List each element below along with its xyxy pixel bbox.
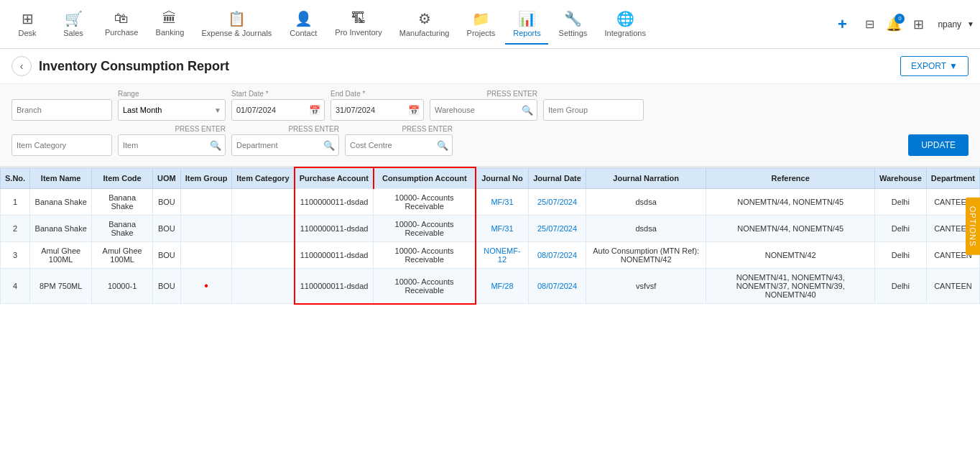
warehouse-filter-group: PRESS ENTER 🔍	[430, 90, 537, 121]
col-header-journal-date: Journal Date	[529, 167, 586, 189]
cell-journal-no[interactable]: MF/28	[476, 269, 529, 304]
back-button[interactable]: ‹	[11, 56, 32, 76]
cell-item-category	[232, 269, 295, 304]
cell-journal-narration: vsfvsf	[586, 269, 706, 304]
nav-label-projects: Projects	[467, 29, 496, 37]
nav-item-purchase[interactable]: 🛍 Purchase	[98, 4, 145, 45]
range-label: Range	[118, 90, 226, 98]
nav-item-projects[interactable]: 📁 Projects	[459, 4, 502, 45]
switch-company-button[interactable]: ⊟	[859, 14, 880, 35]
col-header-item-category: Item Category	[232, 167, 295, 189]
cell-purchase-account: 1100000011-dsdad	[295, 216, 374, 242]
cell-item-code: Banana Shake	[92, 189, 153, 216]
grid-view-button[interactable]: ⊞	[907, 14, 929, 35]
col-header-journal-no: Journal No	[476, 167, 529, 189]
col-header-department: Department	[926, 167, 979, 189]
nav-item-reports[interactable]: 📊 Reports	[505, 4, 548, 45]
cell-item-code: Banana Shake	[92, 216, 153, 242]
item-group-input[interactable]	[543, 99, 644, 121]
col-header-consumption-account: Consumption Account	[374, 167, 476, 189]
nav-label-expense-journals: Expense & Journals	[201, 29, 272, 37]
cell-journal-no[interactable]: NONEMF-12	[476, 242, 529, 269]
range-select[interactable]: Last Month This Month Custom	[118, 99, 226, 121]
banking-icon: 🏛	[162, 10, 177, 27]
branch-input[interactable]	[11, 99, 112, 121]
filter-row-2: PRESS ENTER 🔍 PRESS ENTER 🔍 PRESS ENTER …	[11, 125, 969, 156]
nav-item-banking[interactable]: 🏛 Banking	[148, 4, 191, 45]
projects-icon: 📁	[472, 10, 490, 27]
cell-reference: NONEMTN/44, NONEMTN/45	[706, 216, 874, 242]
nav-label-desk: Desk	[18, 29, 36, 37]
item-category-filter-group	[11, 126, 112, 156]
add-button[interactable]: +	[831, 14, 853, 35]
item-category-input[interactable]	[11, 134, 112, 156]
cell-journal-no[interactable]: MF/31	[476, 189, 529, 216]
cell-consumption-account: 10000- Accounts Receivable	[374, 189, 476, 216]
end-date-filter-group: End Date * 📅	[330, 90, 424, 121]
col-header-journal-narration: Journal Narration	[586, 167, 706, 189]
cost-centre-input[interactable]	[345, 134, 453, 156]
nav-item-desk[interactable]: ⊞ Desk	[6, 4, 49, 45]
table-header-row: S.No. Item Name Item Code UOM Item Group…	[1, 167, 980, 189]
filter-row-1: Range Last Month This Month Custom ▼ Sta…	[11, 90, 969, 121]
warehouse-wrap: 🔍	[430, 99, 537, 121]
col-header-item-name: Item Name	[30, 167, 92, 189]
cell-journal-no[interactable]: MF/31	[476, 216, 529, 242]
start-date-wrap: 📅	[231, 99, 325, 121]
nav-label-manufacturing: Manufacturing	[399, 29, 450, 37]
nav-label-sales: Sales	[63, 29, 83, 37]
cell-purchase-account: 1100000011-dsdad	[295, 189, 374, 216]
cell-sno: 2	[1, 216, 30, 242]
cell-item-group	[180, 189, 232, 216]
cell-warehouse: Delhi	[874, 242, 926, 269]
nav-item-settings[interactable]: 🔧 Settings	[551, 4, 594, 45]
company-dropdown-arrow[interactable]: ▼	[967, 20, 974, 28]
filter-area: Range Last Month This Month Custom ▼ Sta…	[0, 84, 980, 167]
settings-icon: 🔧	[564, 10, 582, 27]
nav-label-banking: Banking	[156, 28, 185, 37]
warehouse-input[interactable]	[430, 99, 537, 121]
nav-label-settings: Settings	[559, 29, 588, 37]
cell-reference: NONEMTN/41, NONEMTN/43, NONEMTN/37, NONE…	[706, 269, 874, 304]
cell-item-category	[232, 189, 295, 216]
cell-warehouse: Delhi	[874, 216, 926, 242]
cost-centre-wrap: 🔍	[345, 134, 453, 156]
update-button[interactable]: UPDATE	[908, 134, 969, 156]
cost-centre-press-enter-label: PRESS ENTER	[345, 125, 453, 133]
cell-uom: BOU	[153, 269, 181, 304]
nav-items: ⊞ Desk 🛒 Sales 🛍 Purchase 🏛 Banking 📋 Ex…	[6, 4, 831, 45]
integrations-icon: 🌐	[616, 10, 634, 27]
cell-journal-date: 25/07/2024	[529, 189, 586, 216]
cell-consumption-account: 10000- Accounts Receivable	[374, 269, 476, 304]
top-nav: ⊞ Desk 🛒 Sales 🛍 Purchase 🏛 Banking 📋 Ex…	[0, 0, 980, 49]
notifications-button[interactable]: 🔔 0	[886, 17, 902, 32]
company-name: npany	[938, 19, 961, 29]
cell-item-group	[180, 216, 232, 242]
end-date-input[interactable]	[330, 99, 424, 121]
reports-icon: 📊	[518, 10, 536, 27]
nav-item-expense-journals[interactable]: 📋 Expense & Journals	[194, 4, 279, 45]
end-date-label: End Date *	[330, 90, 424, 98]
cost-centre-filter-group: PRESS ENTER 🔍	[345, 125, 453, 156]
cell-sno: 4	[1, 269, 30, 304]
nav-item-sales[interactable]: 🛒 Sales	[52, 4, 95, 45]
cell-item-name: Banana Shake	[30, 189, 92, 216]
item-input[interactable]	[118, 134, 226, 156]
table-row: 1 Banana Shake Banana Shake BOU 11000000…	[1, 189, 980, 216]
nav-item-integrations[interactable]: 🌐 Integrations	[597, 4, 652, 45]
department-input[interactable]	[231, 134, 339, 156]
cell-item-group	[180, 242, 232, 269]
nav-item-contact[interactable]: 👤 Contact	[282, 4, 325, 45]
export-label: EXPORT	[911, 61, 946, 71]
nav-item-pro-inventory[interactable]: 🏗 Pro Inventory	[328, 4, 389, 45]
col-header-reference: Reference	[706, 167, 874, 189]
nav-item-manufacturing[interactable]: ⚙ Manufacturing	[392, 4, 457, 45]
export-button[interactable]: EXPORT ▼	[900, 56, 969, 76]
options-tab[interactable]: OPTIONS	[966, 197, 980, 255]
item-filter-group: PRESS ENTER 🔍	[118, 125, 226, 156]
nav-label-purchase: Purchase	[105, 28, 138, 37]
start-date-input[interactable]	[231, 99, 325, 121]
department-filter-group: PRESS ENTER 🔍	[231, 125, 339, 156]
table-row: 4 8PM 750ML 10000-1 BOU • 1100000011-dsd…	[1, 269, 980, 304]
page-title-wrap: ‹ Inventory Consumption Report	[11, 56, 229, 76]
